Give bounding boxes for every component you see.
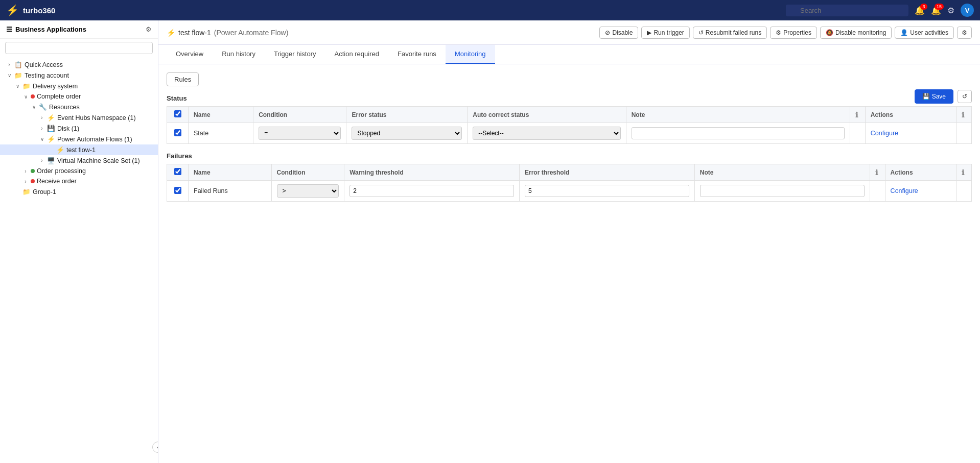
sidebar-item-order-processing[interactable]: › Order processing — [0, 166, 158, 176]
more-options-button[interactable]: ⚙ — [957, 27, 972, 39]
sidebar-item-quick-access[interactable]: › 📋 Quick Access — [0, 59, 158, 70]
run-trigger-icon: ▶ — [647, 29, 651, 36]
status-row-note-info — [850, 123, 865, 144]
status-row-action-info — [956, 123, 972, 144]
tab-favorite-runs[interactable]: Favorite runs — [388, 45, 446, 64]
main-content: ⚡ test flow-1 (Power Automate Flow) ⊘ Di… — [158, 20, 980, 463]
sidebar-item-event-hubs[interactable]: › ⚡ Event Hubs Namespace (1) — [0, 112, 158, 123]
content-title: ⚡ test flow-1 (Power Automate Flow) — [167, 29, 288, 37]
col-error-status: Error status — [346, 107, 468, 123]
folder-icon: 📁 — [22, 82, 31, 90]
status-row-checkbox[interactable] — [174, 129, 181, 136]
sidebar-search-wrap — [0, 39, 158, 57]
chevron-right-icon: › — [6, 62, 12, 67]
sidebar-item-label: Complete order — [37, 93, 81, 100]
sidebar-item-power-automate-flows[interactable]: ∨ ⚡ Power Automate Flows (1) — [0, 134, 158, 144]
failures-row-warning-threshold: 2 — [344, 181, 520, 202]
status-table: Name Condition Error status Auto correct… — [167, 106, 972, 144]
run-trigger-button[interactable]: ▶ Run trigger — [641, 27, 689, 39]
sidebar-item-label: Resources — [49, 104, 80, 111]
sidebar-search-input[interactable] — [5, 42, 153, 54]
sidebar-item-complete-order[interactable]: ∨ Complete order — [0, 91, 158, 102]
failures-condition-select[interactable]: > >= < <= = — [277, 184, 339, 198]
status-configure-link[interactable]: Configure — [871, 130, 898, 137]
select-all-failures-checkbox[interactable] — [174, 168, 181, 175]
col-actions: Actions — [865, 107, 956, 123]
col-note-info: ℹ — [870, 164, 885, 181]
disable-monitoring-button[interactable]: 🔕 Disable monitoring — [820, 27, 892, 39]
rules-tab-button[interactable]: Rules — [167, 72, 199, 86]
sidebar-item-test-flow-1[interactable]: ⚡ test flow-1 — [0, 144, 158, 155]
failures-error-threshold-input[interactable]: 5 — [525, 185, 689, 197]
status-error-status-select[interactable]: Stopped Running Paused — [352, 127, 462, 140]
chevron-right-icon: › — [39, 115, 45, 120]
sidebar-settings-icon[interactable]: ⚙ — [146, 26, 152, 33]
sidebar-item-vm-scale-set[interactable]: › 🖥️ Virtual Machine Scale Set (1) — [0, 155, 158, 166]
content-header: ⚡ test flow-1 (Power Automate Flow) ⊘ Di… — [158, 20, 980, 45]
failures-note-input[interactable] — [700, 185, 865, 197]
sidebar-item-label: Receive order — [37, 178, 77, 185]
col-checkbox — [167, 164, 189, 181]
failures-table: Name Condition Warning threshold Error t… — [167, 164, 972, 202]
failures-row-error-threshold: 5 — [519, 181, 694, 202]
status-note-input[interactable] — [632, 127, 845, 139]
sidebar-item-receive-order[interactable]: › Receive order — [0, 176, 158, 186]
status-auto-correct-select[interactable]: --Select-- Enable Disable — [473, 127, 620, 140]
status-section-title: Status — [167, 94, 187, 102]
failures-configure-link[interactable]: Configure — [891, 187, 918, 194]
disable-button[interactable]: ⊘ Disable — [599, 27, 638, 39]
sidebar-item-label: Disk (1) — [57, 125, 79, 132]
sidebar-item-resources[interactable]: ∨ 🔧 Resources — [0, 102, 158, 112]
status-row-auto-correct: --Select-- Enable Disable — [468, 123, 626, 144]
sidebar-item-label: test flow-1 — [66, 147, 96, 154]
sidebar-footer: ‹ — [0, 448, 158, 463]
disk-icon: 💾 — [47, 125, 55, 132]
save-button[interactable]: 💾 Save — [915, 89, 953, 104]
sidebar-title: ☰ Business Applications — [6, 26, 86, 33]
tab-overview[interactable]: Overview — [167, 45, 213, 64]
alerts-icon[interactable]: 🔔 15 — [931, 6, 941, 15]
notifications-icon[interactable]: 🔔 3 — [915, 6, 925, 15]
tab-run-history[interactable]: Run history — [213, 45, 265, 64]
sidebar-item-delivery-system[interactable]: ∨ 📁 Delivery system — [0, 81, 158, 91]
tab-trigger-history[interactable]: Trigger history — [265, 45, 325, 64]
user-avatar[interactable]: V — [961, 4, 974, 17]
sidebar-item-group-1[interactable]: 📁 Group-1 — [0, 186, 158, 197]
resources-icon: 🔧 — [39, 103, 47, 111]
settings-icon[interactable]: ⚙ — [947, 6, 954, 15]
sidebar-item-label: Testing account — [25, 72, 69, 79]
main-layout: ☰ Business Applications ⚙ › 📋 Quick Acce… — [0, 20, 980, 463]
save-icon: 💾 — [922, 93, 930, 100]
status-condition-select[interactable]: = != > < — [259, 127, 341, 140]
sidebar-item-label: Power Automate Flows (1) — [57, 136, 132, 143]
failures-warning-threshold-input[interactable]: 2 — [349, 185, 514, 197]
chevron-right-icon: › — [22, 179, 29, 184]
failures-row-checkbox[interactable] — [174, 187, 181, 194]
failures-table-row: Failed Runs > >= < <= = — [167, 181, 972, 202]
user-activities-button[interactable]: 👤 User activities — [895, 27, 954, 39]
col-auto-correct: Auto correct status — [468, 107, 626, 123]
tab-action-required[interactable]: Action required — [325, 45, 388, 64]
sidebar-item-disk[interactable]: › 💾 Disk (1) — [0, 123, 158, 134]
failures-row-note — [694, 181, 870, 202]
tab-monitoring[interactable]: Monitoring — [446, 45, 495, 64]
content-body: Rules Status 💾 Save ↺ — [158, 64, 980, 463]
sidebar-title-text: Business Applications — [15, 26, 86, 33]
disable-monitoring-icon: 🔕 — [826, 29, 833, 36]
status-dot-green — [31, 169, 35, 173]
sidebar: ☰ Business Applications ⚙ › 📋 Quick Acce… — [0, 20, 158, 463]
info-icon: ℹ — [962, 168, 964, 177]
refresh-button[interactable]: ↺ — [958, 90, 972, 103]
col-actions-info: ℹ — [956, 164, 972, 181]
search-input[interactable] — [786, 5, 908, 16]
topnav-left: ⚡ turbo360 — [6, 4, 55, 16]
notifications-badge: 3 — [920, 4, 927, 10]
resubmit-failed-button[interactable]: ↺ Resubmit failed runs — [693, 27, 767, 39]
collapse-sidebar-button[interactable]: ‹ — [152, 442, 158, 453]
chevron-down-icon: ∨ — [39, 136, 45, 142]
properties-button[interactable]: ⚙ Properties — [770, 27, 817, 39]
properties-icon: ⚙ — [776, 29, 781, 36]
sidebar-item-testing-account[interactable]: ∨ 📁 Testing account — [0, 70, 158, 81]
chevron-right-icon: › — [22, 168, 29, 174]
select-all-status-checkbox[interactable] — [174, 110, 181, 117]
